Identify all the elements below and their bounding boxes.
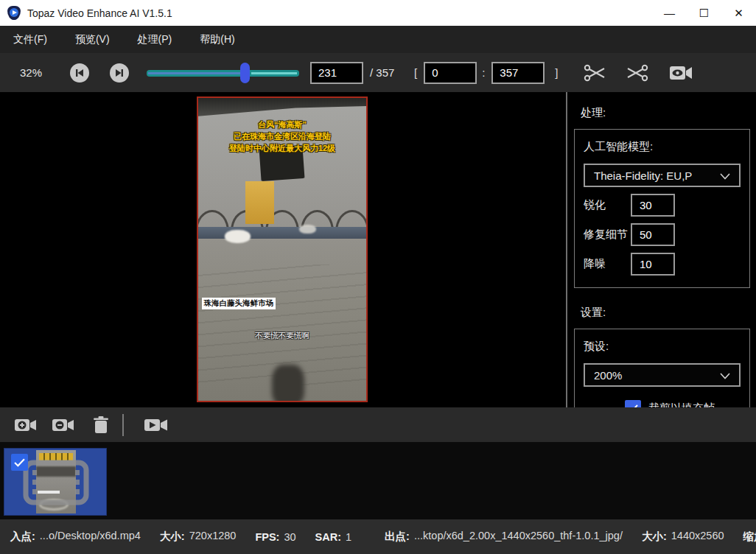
slider-fill-right — [251, 72, 297, 74]
clip-toolbar — [0, 407, 756, 442]
range-bracket-open: [ — [414, 66, 417, 79]
preset-dropdown[interactable]: 200% — [584, 363, 741, 387]
sharpen-label: 锐化 — [584, 198, 631, 212]
range-colon: : — [482, 66, 485, 79]
range-end-input[interactable] — [491, 62, 545, 84]
title-bar: Topaz Video Enhance AI V1.5.1 — ☐ ✕ — [0, 0, 756, 26]
preset-label: 预设: — [584, 340, 741, 354]
preview-area: 台风“海高斯” 已在珠海市金湾区沿海登陆 登陆时中心附近最大风力12级 珠海白藤… — [0, 92, 566, 407]
video-submerged-car-2 — [299, 225, 316, 234]
video-subtitle: 不要慌不要慌啊 — [198, 331, 366, 341]
video-yellow-sign — [245, 181, 274, 224]
app-logo-icon — [7, 6, 21, 20]
preview-camera-eye-icon — [669, 64, 693, 82]
ai-model-value: Theia-Fidelity: EU,P — [594, 169, 692, 182]
film-clip-icon — [23, 460, 89, 505]
ai-model-group: 人工智能模型: Theia-Fidelity: EU,P 锐化 修复细节 降噪 — [574, 129, 750, 288]
window-controls: — ☐ ✕ — [652, 0, 756, 26]
zoom-level: 32% — [20, 66, 49, 79]
app-window: Topaz Video Enhance AI V1.5.1 — ☐ ✕ 文件(F… — [0, 0, 756, 554]
settings-panel: 处理: 人工智能模型: Theia-Fidelity: EU,P 锐化 修复细节 — [567, 92, 756, 407]
skip-start-button[interactable] — [70, 63, 89, 83]
timeline-slider[interactable] — [147, 63, 299, 83]
range-bracket-close: ] — [555, 66, 558, 79]
status-output-size: 大小:1440x2560 — [642, 530, 724, 544]
preview-button[interactable] — [669, 64, 693, 82]
maximize-button[interactable]: ☐ — [687, 0, 721, 26]
add-video-button[interactable] — [14, 416, 38, 434]
menu-help[interactable]: 帮助(H) — [197, 31, 237, 49]
skip-end-button[interactable] — [110, 63, 129, 83]
crop-to-fill-label: 裁剪以填充帧 — [648, 402, 715, 408]
scissors-right-icon — [626, 63, 648, 83]
chevron-down-icon — [720, 369, 730, 382]
status-sar: SAR:1 — [315, 531, 352, 543]
delete-clip-button[interactable] — [92, 416, 110, 435]
preset-value: 200% — [594, 369, 622, 382]
clip-thumbnail-selected[interactable] — [4, 448, 107, 516]
window-title: Topaz Video Enhance AI V1.5.1 — [27, 7, 172, 19]
video-headline-caption: 台风“海高斯” 已在珠海市金湾区沿海登陆 登陆时中心附近最大风力12级 — [198, 119, 366, 154]
processing-section-title: 处理: — [581, 106, 750, 120]
current-frame-input[interactable] — [310, 62, 363, 84]
denoise-input[interactable] — [631, 253, 675, 276]
skip-end-icon — [115, 69, 124, 77]
ai-model-label: 人工智能模型: — [584, 140, 741, 154]
status-fps: FPS:30 — [255, 531, 295, 543]
status-in-point: 入点:...o/Desktop/x6d.mp4 — [10, 530, 141, 544]
close-button[interactable]: ✕ — [721, 0, 756, 26]
remove-video-icon — [52, 416, 75, 434]
slider-fill-left — [148, 72, 242, 74]
sharpen-input[interactable] — [631, 194, 675, 217]
settings-section-title: 设置: — [581, 306, 750, 320]
preset-group: 预设: 200% 裁剪以填充帧 — [574, 329, 750, 407]
restore-detail-input[interactable] — [631, 223, 675, 246]
chevron-down-icon — [720, 169, 730, 182]
slider-handle[interactable] — [240, 63, 250, 83]
crop-to-fill-checkbox[interactable] — [625, 400, 641, 407]
status-out-point: 出点:...ktop/x6d_2.00x_1440x2560_thf-1.0.1… — [385, 530, 623, 544]
menu-bar: 文件(F) 预览(V) 处理(P) 帮助(H) — [0, 26, 756, 53]
main-area: 台风“海高斯” 已在珠海市金湾区沿海登陆 登陆时中心附近最大风力12级 珠海白藤… — [0, 92, 756, 407]
status-scale: 缩放:200% — [743, 530, 756, 544]
video-submerged-car — [225, 230, 250, 243]
toolbar: 32% / 357 [ : ] — [0, 53, 756, 92]
menu-process[interactable]: 处理(P) — [135, 31, 175, 49]
trim-start-button[interactable] — [584, 63, 606, 83]
video-location-label: 珠海白藤头海鲜市场 — [202, 298, 276, 309]
video-frame[interactable]: 台风“海高斯” 已在珠海市金湾区沿海登陆 登陆时中心附近最大风力12级 珠海白藤… — [197, 97, 368, 402]
clip-list — [0, 442, 756, 519]
status-bar: 入点:...o/Desktop/x6d.mp4 大小:720x1280 FPS:… — [0, 519, 756, 554]
total-frames-label: / 357 — [370, 66, 404, 79]
skip-start-icon — [75, 69, 84, 77]
crop-to-fill-row: 裁剪以填充帧 — [625, 400, 741, 407]
restore-detail-label: 修复细节 — [584, 228, 631, 242]
ai-model-dropdown[interactable]: Theia-Fidelity: EU,P — [584, 164, 741, 187]
add-video-icon — [14, 416, 38, 434]
process-video-icon — [144, 416, 169, 434]
toolbar-divider — [122, 414, 124, 436]
menu-preview[interactable]: 预览(V) — [72, 31, 113, 49]
check-icon — [14, 458, 25, 467]
trash-icon — [92, 416, 110, 435]
scissors-left-icon — [584, 63, 606, 83]
status-input-size: 大小:720x1280 — [160, 530, 237, 544]
minimize-button[interactable]: — — [652, 0, 687, 26]
video-bridge-girder — [198, 227, 366, 239]
remove-video-button[interactable] — [52, 416, 75, 434]
denoise-label: 降噪 — [584, 257, 631, 271]
range-start-input[interactable] — [424, 62, 477, 84]
process-video-button[interactable] — [144, 416, 169, 434]
video-debris — [272, 365, 304, 402]
clip-select-checkbox[interactable] — [11, 454, 28, 471]
trim-end-button[interactable] — [626, 63, 648, 83]
menu-file[interactable]: 文件(F) — [10, 31, 50, 49]
